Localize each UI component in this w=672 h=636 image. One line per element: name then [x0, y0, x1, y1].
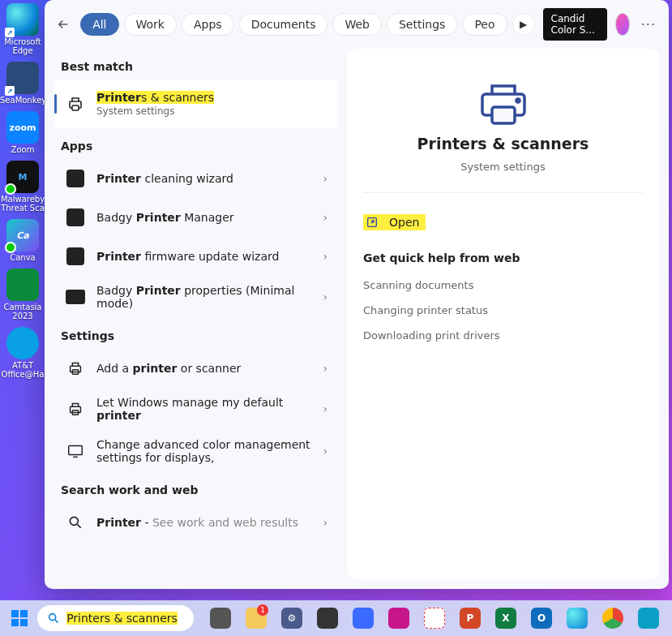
pill-more[interactable]: ▶: [512, 13, 535, 36]
pill-settings[interactable]: Settings: [387, 13, 457, 36]
printer-icon: [64, 357, 87, 380]
taskbar-apps: 1 ⚙ P X O: [205, 603, 664, 634]
help-link[interactable]: Changing printer status: [363, 298, 643, 323]
rewards-button[interactable]: Candid Color S...: [543, 8, 608, 41]
settings-title: Let Windows manage my default printer: [96, 396, 313, 422]
back-button[interactable]: [54, 12, 72, 37]
desktop-icon-malwarebytes[interactable]: M Malwareby Threat Sca: [3, 161, 42, 213]
settings-row[interactable]: Let Windows manage my default printer ›: [54, 388, 337, 430]
desktop-label: Microsoft Edge: [0, 37, 45, 55]
tb-outlook[interactable]: O: [526, 603, 557, 634]
preview-pane: Printers & scanners System settings Open…: [347, 49, 659, 579]
tb-file-explorer[interactable]: 1: [241, 603, 272, 634]
app-icon: [64, 245, 87, 268]
settings-row[interactable]: Change advanced color management setting…: [54, 430, 337, 472]
desktop-icon-camtasia[interactable]: Camtasia 2023: [3, 269, 42, 320]
open-action[interactable]: Open: [363, 209, 643, 235]
desktop-icon-canva[interactable]: Ca Canva: [3, 219, 42, 262]
tb-task-view[interactable]: [205, 603, 236, 634]
monitor-icon: [64, 440, 87, 462]
best-match-heading: Best match: [61, 60, 337, 73]
app-icon: [64, 206, 87, 229]
desktop-icon-zoom[interactable]: zoom Zoom: [3, 111, 42, 154]
chevron-right-icon: ›: [323, 290, 327, 303]
svg-point-16: [49, 614, 56, 621]
desktop-icon-att[interactable]: AT&T Office@Ha: [3, 327, 42, 379]
app-title: Printer cleaning wizard: [96, 172, 313, 185]
tb-chrome[interactable]: [597, 603, 628, 634]
user-avatar[interactable]: [615, 13, 630, 36]
web-row[interactable]: Printer - See work and web results ›: [54, 503, 337, 542]
tb-powerpoint[interactable]: P: [455, 603, 486, 634]
apps-heading: Apps: [61, 140, 337, 153]
taskbar: Printers & scanners 1 ⚙ P X O: [0, 600, 672, 636]
app-title: Badgy Printer Manager: [96, 211, 313, 224]
app-title: Printer firmware update wizard: [96, 250, 313, 263]
tb-magenta[interactable]: [383, 603, 414, 634]
svg-rect-14: [11, 619, 19, 626]
open-label: Open: [389, 216, 419, 229]
svg-rect-2: [71, 366, 81, 372]
desktop-icons: ↗ Microsoft Edge ↗ SeaMonkey zoom Zoom M…: [0, 0, 45, 600]
best-match-sub: System settings: [96, 105, 327, 117]
svg-rect-6: [69, 446, 83, 455]
open-icon: [365, 215, 379, 230]
preview-sub: System settings: [460, 161, 545, 173]
chevron-right-icon: ›: [323, 362, 327, 375]
start-button[interactable]: [8, 605, 31, 631]
best-match-row[interactable]: Printers & scanners System settings: [54, 80, 337, 128]
desktop-label: Malwareby Threat Sca: [0, 195, 45, 213]
app-row[interactable]: Badgy Printer Manager ›: [54, 198, 337, 237]
pill-web[interactable]: Web: [332, 13, 382, 36]
best-match-title: Printers & scanners: [96, 91, 327, 104]
app-row[interactable]: Badgy Printer properties (Minimal mode) …: [54, 276, 337, 318]
svg-rect-9: [492, 107, 515, 123]
app-row[interactable]: Printer cleaning wizard ›: [54, 159, 337, 198]
chevron-right-icon: ›: [323, 172, 327, 185]
desktop-label: Zoom: [0, 145, 45, 154]
tb-settings[interactable]: ⚙: [276, 603, 307, 634]
svg-point-10: [516, 99, 520, 102]
pill-documents[interactable]: Documents: [239, 13, 328, 36]
more-menu[interactable]: ···: [638, 14, 659, 36]
help-link[interactable]: Scanning documents: [363, 273, 643, 298]
tb-excel[interactable]: X: [490, 603, 521, 634]
tb-edge[interactable]: [562, 603, 593, 634]
app-icon: [64, 167, 87, 190]
printer-large-icon: [477, 81, 529, 127]
chevron-right-icon: ›: [323, 402, 327, 415]
tb-calculator[interactable]: [312, 603, 343, 634]
desktop-label: Canva: [0, 253, 45, 262]
chevron-right-icon: ›: [323, 516, 327, 529]
results-column: Best match Printers & scanners System se…: [54, 49, 337, 579]
desktop-label: Camtasia 2023: [0, 303, 45, 320]
desktop-icon-seamonkey[interactable]: ↗ SeaMonkey: [3, 62, 42, 105]
pill-work[interactable]: Work: [124, 13, 177, 36]
tb-snip[interactable]: [419, 603, 450, 634]
printer-icon: [64, 398, 87, 420]
search-icon: [64, 511, 87, 534]
taskbar-search[interactable]: Printers & scanners: [37, 605, 194, 631]
settings-title: Change advanced color management setting…: [96, 438, 313, 464]
svg-rect-1: [72, 105, 79, 110]
filter-pills: All Work Apps Documents Web Settings Peo…: [80, 13, 534, 36]
svg-rect-12: [11, 610, 19, 617]
help-link[interactable]: Downloading print drivers: [363, 323, 643, 348]
printer-icon: [64, 92, 87, 115]
tb-phone[interactable]: [348, 603, 379, 634]
pill-people[interactable]: Peo: [462, 13, 507, 36]
desktop-icon-edge[interactable]: ↗ Microsoft Edge: [3, 3, 42, 55]
search-panel: All Work Apps Documents Web Settings Peo…: [45, 0, 669, 589]
tb-teal[interactable]: [633, 603, 664, 634]
web-title: Printer - See work and web results: [96, 516, 313, 529]
chevron-right-icon: ›: [323, 211, 327, 224]
search-topbar: All Work Apps Documents Web Settings Peo…: [45, 0, 669, 49]
settings-row[interactable]: Add a printer or scanner ›: [54, 349, 337, 388]
app-icon: [64, 286, 87, 308]
app-row[interactable]: Printer firmware update wizard ›: [54, 237, 337, 276]
app-title: Badgy Printer properties (Minimal mode): [96, 284, 313, 310]
settings-heading: Settings: [61, 329, 337, 342]
pill-all[interactable]: All: [80, 13, 118, 36]
search-value: Printers & scanners: [66, 612, 178, 625]
pill-apps[interactable]: Apps: [182, 13, 234, 36]
